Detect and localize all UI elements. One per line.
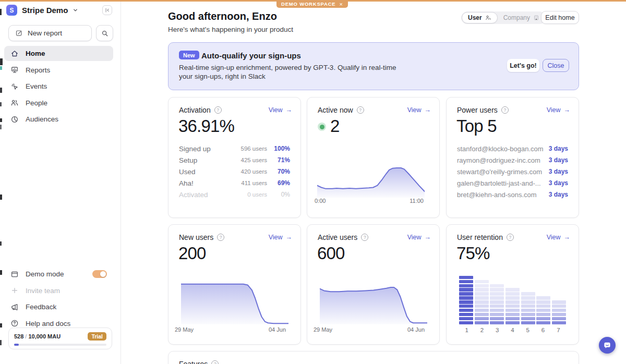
x-tick-right: 11:00 (410, 198, 424, 204)
retention-cell (552, 313, 566, 316)
green-dot-icon (320, 125, 324, 129)
mau-usage-card: 528 / 10,000 MAU Trial (8, 327, 112, 349)
x-axis-labels: 29 May 04 Jun (314, 326, 425, 333)
retention-grid-chart (459, 274, 566, 324)
retention-x-labels: 1234567 (459, 327, 566, 333)
retention-cell (475, 296, 489, 299)
mau-total: 10,000 MAU (28, 333, 61, 339)
retention-cell (475, 288, 489, 291)
power-user-row[interactable]: bret@kiehn-and-sons.com 3 days (457, 189, 568, 200)
sidebar-item-people[interactable]: People (4, 95, 113, 111)
retention-cell (521, 313, 535, 316)
toggle-option-user[interactable]: User (462, 12, 498, 23)
retention-cell (459, 313, 473, 316)
retention-cell (552, 305, 566, 308)
features-card: Features ? (168, 351, 579, 364)
demo-workspace-badge: DEMO WORKSPACE × (276, 0, 348, 8)
retention-cell (505, 313, 520, 316)
help-icon[interactable]: ? (357, 106, 364, 114)
retention-cell (521, 309, 535, 312)
sidebar-divider (121, 2, 121, 364)
screen-edge-artifact (0, 340, 2, 345)
view-link[interactable]: View→ (407, 106, 431, 114)
chevron-down-icon (73, 7, 78, 13)
view-link[interactable]: View→ (269, 106, 292, 114)
sidebar-item-feedback[interactable]: Feedback (4, 299, 113, 314)
screen-edge-artifact (0, 241, 2, 246)
power-user-row[interactable]: raymon@rodriguez-inc.com 3 days (457, 154, 568, 166)
power-users-value: Top 5 (456, 116, 497, 136)
new-report-button[interactable]: New report (8, 25, 92, 41)
demo-mode-toggle[interactable] (92, 270, 107, 278)
sidebar-item-label: Reports (26, 66, 50, 74)
funnel-users: 425 users (235, 157, 267, 163)
funnel-users: 0 users (235, 191, 267, 198)
sidebar-item-home[interactable]: Home (4, 46, 113, 61)
funnel-row: Aha! 411 users 69% (179, 177, 290, 189)
retention-cell (536, 300, 550, 304)
sidebar-item-label: Invite team (26, 287, 60, 295)
retention-cell (459, 284, 473, 287)
help-icon[interactable]: ? (214, 106, 222, 114)
sidebar-item-label: People (26, 99, 47, 107)
help-icon (10, 319, 19, 327)
funnel-users: 420 users (235, 168, 267, 175)
view-link[interactable]: View→ (407, 234, 431, 241)
active-users-chart (320, 277, 427, 324)
retention-cell (459, 288, 473, 291)
view-link[interactable]: View→ (547, 234, 570, 241)
toggle-option-company[interactable]: Company (498, 12, 545, 23)
chat-launcher-button[interactable] (599, 337, 616, 354)
view-link[interactable]: View→ (269, 234, 292, 241)
audiences-icon (10, 115, 19, 124)
retention-cell (490, 313, 504, 316)
banner-description-line2: your sign-ups, right in Slack (179, 72, 396, 81)
help-icon[interactable]: ? (501, 106, 509, 114)
sidebar-item-demo-mode[interactable]: Demo mode (4, 266, 113, 282)
retention-x-tick: 3 (490, 327, 505, 333)
retention-cell (505, 296, 520, 299)
retention-column (552, 300, 566, 324)
sidebar-footer: Demo modeInvite teamFeedbackHelp and doc… (4, 266, 113, 332)
card-title: Power users (457, 106, 498, 114)
lets-go-button[interactable]: Let's go! (507, 59, 539, 72)
card-title: Features (179, 360, 208, 364)
funnel-percent: 100% (267, 145, 290, 152)
collapse-panel-icon (104, 7, 110, 13)
sidebar-item-invite-team[interactable]: Invite team (4, 283, 113, 298)
power-user-email: stewart@o'reilly-grimes.com (457, 168, 549, 176)
help-icon[interactable]: ? (361, 234, 368, 241)
edit-home-button[interactable]: Edit home (541, 11, 579, 24)
retention-cell (505, 300, 520, 304)
power-user-row[interactable]: galen@bartoletti-jast-and-... 3 days (457, 177, 568, 189)
arrow-right-icon: → (286, 106, 293, 114)
power-user-email: raymon@rodriguez-inc.com (457, 156, 549, 164)
banner-close-button[interactable]: Close (543, 59, 569, 72)
retention-cell (505, 292, 520, 295)
power-user-days: 3 days (549, 145, 568, 152)
sidebar: S Stripe Demo New report HomeReportsEven… (4, 2, 113, 364)
search-button[interactable] (96, 25, 113, 41)
retention-cell (521, 292, 535, 295)
power-users-list: stanford@klocko-bogan.com 3 daysraymon@r… (457, 143, 568, 200)
active-now-value: 2 (330, 116, 340, 136)
banner-description: Real-time sign-up enrichment, powered by… (179, 63, 396, 81)
workspace-switcher[interactable]: S Stripe Demo (6, 5, 78, 16)
funnel-step-label: Setup (179, 156, 235, 164)
sidebar-item-events[interactable]: Events (4, 79, 113, 94)
retention-column (475, 279, 489, 324)
power-user-row[interactable]: stanford@klocko-bogan.com 3 days (457, 143, 568, 154)
new-users-chart (181, 277, 288, 324)
help-icon[interactable]: ? (217, 234, 224, 241)
help-icon[interactable]: ? (507, 234, 514, 241)
collapse-sidebar-button[interactable] (102, 5, 112, 15)
retention-cell (490, 284, 504, 287)
view-link[interactable]: View→ (547, 106, 570, 114)
close-icon[interactable]: × (339, 1, 343, 7)
sidebar-item-reports[interactable]: Reports (4, 63, 113, 78)
retention-x-tick: 1 (459, 327, 474, 333)
power-user-row[interactable]: stewart@o'reilly-grimes.com 3 days (457, 166, 568, 177)
sidebar-item-audiences[interactable]: Audiences (4, 112, 113, 127)
help-icon[interactable]: ? (211, 360, 219, 364)
activation-value: 36.91% (178, 116, 234, 136)
